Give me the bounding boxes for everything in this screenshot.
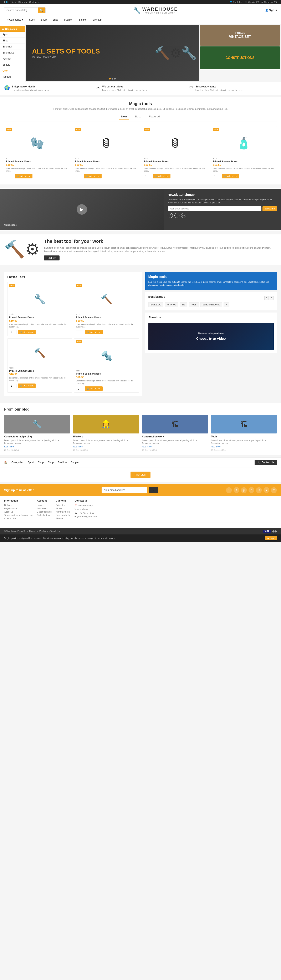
newsletter-email-input[interactable] — [168, 206, 262, 211]
play-button[interactable]: ▶ — [76, 204, 87, 215]
product-name-3[interactable]: Printed Summer Dress — [144, 160, 206, 162]
twitter-icon[interactable]: t — [175, 213, 179, 218]
cookie-accept-button[interactable]: Accept — [265, 536, 277, 540]
blog-post-1-read-more[interactable]: read more — [4, 445, 14, 448]
footer-email[interactable]: ✉ yourmail@com.com — [75, 515, 97, 519]
bottom-nav-shop-1[interactable]: Shop — [38, 461, 44, 464]
sidebar-item-external2[interactable]: External 2 — [0, 50, 25, 56]
sidebar-item-tabbed[interactable]: Tabbed › — [0, 74, 25, 80]
footer-link-sitemap[interactable]: Sitemap — [56, 517, 70, 520]
bottom-nav-simple[interactable]: Simple — [71, 461, 78, 464]
qty-input-3[interactable] — [144, 174, 151, 178]
brand-save-days[interactable]: SAVE DAYS — [148, 302, 164, 307]
social-pinterest[interactable]: p — [249, 487, 254, 493]
footer-link-login[interactable]: Login — [37, 504, 52, 506]
nav-categories[interactable]: ≡ Categories ▾ — [4, 16, 26, 24]
nav-shop-2[interactable]: Shop — [49, 16, 61, 24]
bestseller-name-1[interactable]: Printed Summer Dress — [9, 316, 70, 318]
brands-prev-button[interactable]: ‹ — [264, 296, 268, 300]
wishlist-link[interactable]: ♡ Wishlist (0) — [245, 1, 259, 3]
add-to-cart-3[interactable]: 🛒 Add to cart — [153, 174, 170, 178]
carousel-dot-1[interactable] — [109, 78, 111, 80]
qty-input-2[interactable] — [75, 174, 82, 178]
add-to-cart-4[interactable]: 🛒 Add to cart — [222, 174, 240, 178]
qty-input-4[interactable] — [213, 174, 220, 178]
blog-post-1-title[interactable]: Consectetur adipiscing — [4, 435, 70, 438]
add-to-cart-1[interactable]: 🛒 Add to cart — [15, 174, 32, 178]
nav-sport[interactable]: Sport — [26, 16, 38, 24]
hero-constructions-banner[interactable]: CONSTRUCTIONS — [200, 46, 280, 69]
newsletter-bottom-input[interactable] — [102, 487, 148, 493]
bottom-nav-categories[interactable]: Categories — [11, 461, 24, 464]
bestseller-name-4[interactable]: Printed Summer Dress — [76, 372, 137, 375]
footer-link-manufacturers[interactable]: Manufacturers — [56, 511, 70, 513]
language-selector[interactable]: 🌐 English ▾ — [230, 1, 243, 3]
search-input[interactable] — [4, 8, 38, 13]
social-twitter[interactable]: t — [233, 487, 240, 493]
visit-blog-button[interactable]: Visit blog — [130, 472, 151, 478]
tab-best[interactable]: Best — [133, 114, 143, 119]
bestseller-qty-1[interactable] — [9, 330, 16, 334]
bestseller-qty-4[interactable] — [76, 387, 83, 391]
sidebar-item-external[interactable]: External — [0, 44, 25, 50]
sidebar-item-simple[interactable]: Simple — [0, 62, 25, 68]
logo[interactable]: 🔧 WAREHOUSE TOOLS FOR YOUR WORK — [133, 6, 178, 14]
carousel-dot-3[interactable] — [114, 78, 116, 80]
footer-link-delivery[interactable]: Delivery — [4, 504, 33, 506]
nav-simple[interactable]: Simple — [76, 16, 89, 24]
bestseller-name-2[interactable]: Printed Summer Dress — [76, 316, 137, 318]
newsletter-subscribe-button[interactable]: Subscribe — [262, 206, 277, 211]
footer-link-terms[interactable]: Terms and conditions of use — [4, 514, 33, 516]
brand-tool[interactable]: TOOL — [189, 302, 199, 307]
nav-sitemap[interactable]: Sitemap — [89, 16, 105, 24]
bottom-nav-home[interactable]: 🏠 — [4, 461, 7, 464]
product-name-1[interactable]: Printed Summer Dress — [6, 160, 68, 162]
hero-vintage-set-banner[interactable]: VINTAGE VINTAGE SET — [200, 25, 280, 46]
sidebar-item-shop[interactable]: Shop — [0, 38, 25, 44]
footer-link-about[interactable]: About us — [4, 511, 33, 513]
about-us-video[interactable]: Elementor video placeholder Choose ▶ ur … — [148, 323, 274, 350]
bestseller-qty-3[interactable] — [9, 384, 16, 388]
social-facebook[interactable]: f — [226, 487, 232, 493]
footer-link-guest[interactable]: Guest tracking — [37, 511, 52, 513]
contact-us-button[interactable]: 📞 Contact Us — [254, 460, 277, 465]
product-name-2[interactable]: Printed Summer Dress — [75, 160, 137, 162]
brands-next-button[interactable]: › — [270, 296, 274, 300]
hero-main-banner[interactable]: ALL SETS OF TOOLS FOR BEST YOUR WORK 🔨⚙🔧 — [26, 25, 199, 81]
googleplus-icon[interactable]: g+ — [181, 213, 186, 218]
social-googleplus[interactable]: g+ — [241, 487, 247, 493]
bestseller-add-to-cart-2[interactable]: 🛒 Add to cart — [85, 330, 102, 334]
footer-phone[interactable]: 📞 +72 777 773 13 — [75, 511, 97, 515]
bestseller-add-to-cart-1[interactable]: 🛒 Add to cart — [18, 330, 36, 334]
signin-link[interactable]: 👤 Sign In — [265, 9, 277, 12]
footer-link-new-products[interactable]: New products — [56, 514, 70, 516]
footer-link-legal[interactable]: Legal Notice — [4, 507, 33, 510]
brand-nc[interactable]: NC — [180, 302, 187, 307]
bestseller-add-to-cart-3[interactable]: 🛒 Add to cart — [18, 383, 36, 388]
brand-core-hardware[interactable]: CORE HARDWARE — [200, 302, 222, 307]
topbar-contact[interactable]: Contact us — [29, 1, 40, 3]
nav-shop-1[interactable]: Shop — [38, 16, 49, 24]
nav-fashion[interactable]: Fashion — [61, 16, 76, 24]
carousel-dot-2[interactable] — [111, 78, 113, 80]
footer-link-orders[interactable]: Order history — [37, 514, 52, 516]
topbar-sitemap[interactable]: Sitemap — [18, 1, 27, 3]
bottom-nav-shop-2[interactable]: Shop — [48, 461, 54, 464]
bestseller-qty-2[interactable] — [76, 330, 83, 334]
best-tool-cta[interactable]: Click me — [44, 256, 60, 261]
newsletter-bottom-submit[interactable]: → — [149, 487, 158, 493]
blog-post-3-title[interactable]: Construction work — [142, 435, 208, 438]
social-icons-topbar[interactable]: f 🐦 g+ in y — [4, 1, 16, 3]
footer-link-custom[interactable]: Custom link — [4, 517, 33, 520]
bottom-nav-fashion[interactable]: Fashion — [58, 461, 67, 464]
add-to-cart-2[interactable]: 🛒 Add to cart — [84, 174, 102, 178]
footer-link-price-drop[interactable]: Price drop — [56, 504, 70, 506]
brand-chippys[interactable]: CHIPPY'S — [165, 302, 178, 307]
bestseller-add-to-cart-4[interactable]: 🛒 Add to cart — [85, 387, 102, 391]
sidebar-item-fashion[interactable]: Fashion — [0, 56, 25, 62]
blog-post-4-title[interactable]: Tools — [211, 435, 277, 438]
blog-post-2-read-more[interactable]: read more — [73, 445, 83, 448]
social-vimeo[interactable]: ▲ — [264, 487, 269, 493]
brand-other[interactable]: ≡ — [224, 302, 229, 307]
blog-post-3-read-more[interactable]: read more — [142, 445, 152, 448]
